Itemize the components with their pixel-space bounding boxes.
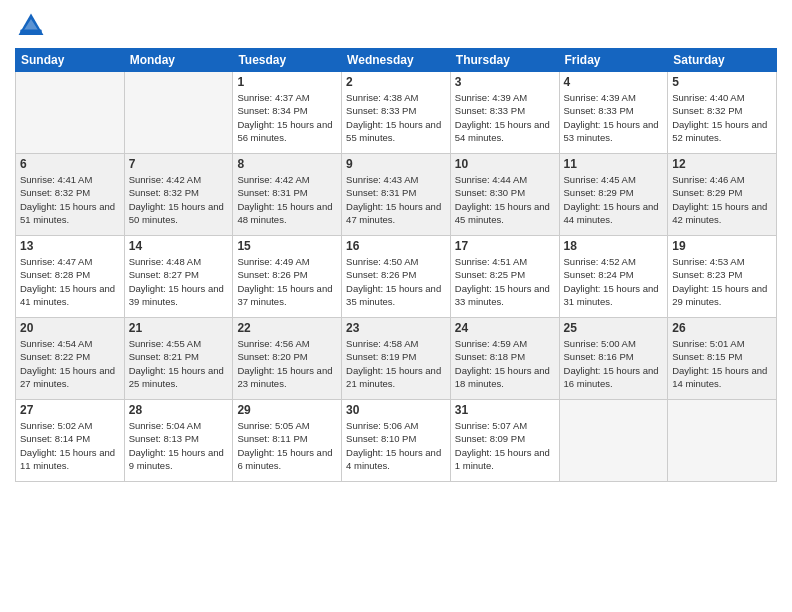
day-number: 22 [237,321,337,335]
calendar-cell [16,72,125,154]
day-info: Sunrise: 5:02 AM Sunset: 8:14 PM Dayligh… [20,419,120,472]
day-info: Sunrise: 5:06 AM Sunset: 8:10 PM Dayligh… [346,419,446,472]
weekday-header-wednesday: Wednesday [342,49,451,72]
day-info: Sunrise: 4:42 AM Sunset: 8:31 PM Dayligh… [237,173,337,226]
weekday-header-row: SundayMondayTuesdayWednesdayThursdayFrid… [16,49,777,72]
day-info: Sunrise: 5:00 AM Sunset: 8:16 PM Dayligh… [564,337,664,390]
calendar-cell: 20Sunrise: 4:54 AM Sunset: 8:22 PM Dayli… [16,318,125,400]
day-number: 11 [564,157,664,171]
day-number: 6 [20,157,120,171]
calendar-cell: 10Sunrise: 4:44 AM Sunset: 8:30 PM Dayli… [450,154,559,236]
day-number: 18 [564,239,664,253]
calendar-cell [559,400,668,482]
calendar-cell: 6Sunrise: 4:41 AM Sunset: 8:32 PM Daylig… [16,154,125,236]
day-number: 10 [455,157,555,171]
day-number: 26 [672,321,772,335]
day-info: Sunrise: 4:53 AM Sunset: 8:23 PM Dayligh… [672,255,772,308]
calendar-cell: 8Sunrise: 4:42 AM Sunset: 8:31 PM Daylig… [233,154,342,236]
day-number: 14 [129,239,229,253]
day-info: Sunrise: 4:41 AM Sunset: 8:32 PM Dayligh… [20,173,120,226]
day-number: 4 [564,75,664,89]
day-info: Sunrise: 4:54 AM Sunset: 8:22 PM Dayligh… [20,337,120,390]
day-number: 16 [346,239,446,253]
day-number: 13 [20,239,120,253]
day-info: Sunrise: 4:45 AM Sunset: 8:29 PM Dayligh… [564,173,664,226]
weekday-header-friday: Friday [559,49,668,72]
calendar-cell: 11Sunrise: 4:45 AM Sunset: 8:29 PM Dayli… [559,154,668,236]
weekday-header-thursday: Thursday [450,49,559,72]
day-info: Sunrise: 4:37 AM Sunset: 8:34 PM Dayligh… [237,91,337,144]
day-number: 31 [455,403,555,417]
day-number: 2 [346,75,446,89]
calendar-week-row: 6Sunrise: 4:41 AM Sunset: 8:32 PM Daylig… [16,154,777,236]
svg-rect-2 [20,30,41,34]
day-number: 25 [564,321,664,335]
day-number: 12 [672,157,772,171]
day-number: 30 [346,403,446,417]
calendar-week-row: 27Sunrise: 5:02 AM Sunset: 8:14 PM Dayli… [16,400,777,482]
calendar-table: SundayMondayTuesdayWednesdayThursdayFrid… [15,48,777,482]
calendar-cell [124,72,233,154]
calendar-cell: 5Sunrise: 4:40 AM Sunset: 8:32 PM Daylig… [668,72,777,154]
day-number: 20 [20,321,120,335]
calendar-cell: 19Sunrise: 4:53 AM Sunset: 8:23 PM Dayli… [668,236,777,318]
calendar-cell: 21Sunrise: 4:55 AM Sunset: 8:21 PM Dayli… [124,318,233,400]
day-info: Sunrise: 4:44 AM Sunset: 8:30 PM Dayligh… [455,173,555,226]
day-number: 21 [129,321,229,335]
weekday-header-monday: Monday [124,49,233,72]
day-info: Sunrise: 4:48 AM Sunset: 8:27 PM Dayligh… [129,255,229,308]
calendar-week-row: 13Sunrise: 4:47 AM Sunset: 8:28 PM Dayli… [16,236,777,318]
day-info: Sunrise: 5:04 AM Sunset: 8:13 PM Dayligh… [129,419,229,472]
calendar-cell: 2Sunrise: 4:38 AM Sunset: 8:33 PM Daylig… [342,72,451,154]
calendar-cell: 13Sunrise: 4:47 AM Sunset: 8:28 PM Dayli… [16,236,125,318]
calendar-cell: 30Sunrise: 5:06 AM Sunset: 8:10 PM Dayli… [342,400,451,482]
day-number: 23 [346,321,446,335]
day-number: 8 [237,157,337,171]
calendar-cell: 26Sunrise: 5:01 AM Sunset: 8:15 PM Dayli… [668,318,777,400]
day-number: 27 [20,403,120,417]
logo-icon [15,10,47,42]
day-number: 28 [129,403,229,417]
day-info: Sunrise: 5:05 AM Sunset: 8:11 PM Dayligh… [237,419,337,472]
weekday-header-sunday: Sunday [16,49,125,72]
day-number: 5 [672,75,772,89]
day-number: 3 [455,75,555,89]
day-info: Sunrise: 4:38 AM Sunset: 8:33 PM Dayligh… [346,91,446,144]
day-info: Sunrise: 4:46 AM Sunset: 8:29 PM Dayligh… [672,173,772,226]
day-number: 9 [346,157,446,171]
day-info: Sunrise: 4:58 AM Sunset: 8:19 PM Dayligh… [346,337,446,390]
calendar-page: SundayMondayTuesdayWednesdayThursdayFrid… [0,0,792,612]
calendar-cell: 23Sunrise: 4:58 AM Sunset: 8:19 PM Dayli… [342,318,451,400]
day-info: Sunrise: 4:39 AM Sunset: 8:33 PM Dayligh… [455,91,555,144]
calendar-cell: 24Sunrise: 4:59 AM Sunset: 8:18 PM Dayli… [450,318,559,400]
day-number: 24 [455,321,555,335]
day-number: 15 [237,239,337,253]
weekday-header-tuesday: Tuesday [233,49,342,72]
day-info: Sunrise: 5:07 AM Sunset: 8:09 PM Dayligh… [455,419,555,472]
day-info: Sunrise: 4:47 AM Sunset: 8:28 PM Dayligh… [20,255,120,308]
day-info: Sunrise: 4:39 AM Sunset: 8:33 PM Dayligh… [564,91,664,144]
calendar-cell: 29Sunrise: 5:05 AM Sunset: 8:11 PM Dayli… [233,400,342,482]
calendar-cell: 14Sunrise: 4:48 AM Sunset: 8:27 PM Dayli… [124,236,233,318]
day-info: Sunrise: 4:40 AM Sunset: 8:32 PM Dayligh… [672,91,772,144]
day-number: 17 [455,239,555,253]
day-info: Sunrise: 4:42 AM Sunset: 8:32 PM Dayligh… [129,173,229,226]
day-number: 1 [237,75,337,89]
calendar-cell: 22Sunrise: 4:56 AM Sunset: 8:20 PM Dayli… [233,318,342,400]
day-info: Sunrise: 4:56 AM Sunset: 8:20 PM Dayligh… [237,337,337,390]
calendar-cell: 25Sunrise: 5:00 AM Sunset: 8:16 PM Dayli… [559,318,668,400]
day-info: Sunrise: 4:49 AM Sunset: 8:26 PM Dayligh… [237,255,337,308]
calendar-cell: 28Sunrise: 5:04 AM Sunset: 8:13 PM Dayli… [124,400,233,482]
day-info: Sunrise: 4:50 AM Sunset: 8:26 PM Dayligh… [346,255,446,308]
calendar-cell: 3Sunrise: 4:39 AM Sunset: 8:33 PM Daylig… [450,72,559,154]
weekday-header-saturday: Saturday [668,49,777,72]
day-info: Sunrise: 4:43 AM Sunset: 8:31 PM Dayligh… [346,173,446,226]
day-number: 29 [237,403,337,417]
day-number: 7 [129,157,229,171]
calendar-cell: 4Sunrise: 4:39 AM Sunset: 8:33 PM Daylig… [559,72,668,154]
calendar-cell: 18Sunrise: 4:52 AM Sunset: 8:24 PM Dayli… [559,236,668,318]
calendar-week-row: 1Sunrise: 4:37 AM Sunset: 8:34 PM Daylig… [16,72,777,154]
day-info: Sunrise: 5:01 AM Sunset: 8:15 PM Dayligh… [672,337,772,390]
calendar-cell [668,400,777,482]
header [15,10,777,42]
